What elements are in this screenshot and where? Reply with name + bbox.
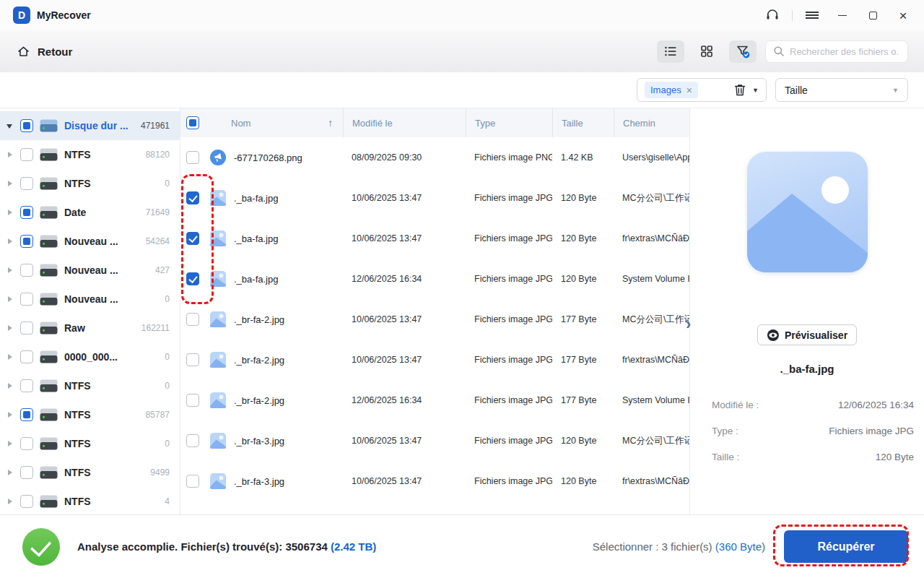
expand-arrow-icon[interactable] <box>6 324 14 332</box>
search-input[interactable] <box>790 46 898 57</box>
drive-tree-item[interactable]: Raw 162211 <box>0 314 180 342</box>
active-filters-box[interactable]: Images × ▼ <box>637 78 767 102</box>
file-type-icon <box>209 473 227 490</box>
recover-button[interactable]: Récupérer <box>784 530 908 563</box>
drive-checkbox[interactable] <box>20 350 33 363</box>
menu-icon[interactable] <box>800 4 824 26</box>
support-headset-icon[interactable] <box>760 4 785 26</box>
expand-arrow-icon[interactable] <box>6 267 14 274</box>
drive-tree-item[interactable]: NTFS 85787 <box>0 400 180 429</box>
drive-checkbox[interactable] <box>20 206 33 219</box>
drive-checkbox[interactable] <box>20 264 33 277</box>
expand-arrow-icon[interactable] <box>6 353 14 361</box>
file-checkbox[interactable] <box>186 313 199 326</box>
column-header-name[interactable]: Nom <box>231 118 250 129</box>
file-row[interactable]: -677170268.png 08/09/2025 09:30 Fichiers… <box>180 137 689 178</box>
file-row[interactable]: ._ba-fa.jpg 12/06/2025 16:34 Fichiers im… <box>180 259 689 299</box>
drive-checkbox[interactable] <box>20 322 33 335</box>
drive-checkbox[interactable] <box>20 466 33 479</box>
grid-view-button[interactable] <box>693 40 720 63</box>
drive-tree-item[interactable]: Nouveau ... 0 <box>0 285 180 314</box>
column-header-size[interactable]: Taille <box>552 108 614 137</box>
drive-label: NTFS <box>64 496 91 507</box>
preview-button[interactable]: Prévisualiser <box>757 324 857 345</box>
expand-arrow-icon[interactable] <box>6 238 14 245</box>
file-checkbox[interactable] <box>186 272 199 285</box>
detail-label: Type : <box>712 426 738 436</box>
file-row[interactable]: ._br-fa-2.jpg 10/06/2025 13:47 Fichiers … <box>180 340 689 380</box>
expand-arrow-icon[interactable] <box>6 498 14 505</box>
drive-checkbox[interactable] <box>20 119 33 132</box>
drive-tree-item[interactable]: NTFS 9499 <box>0 458 180 487</box>
drive-checkbox[interactable] <box>20 148 33 161</box>
file-row[interactable]: ._ba-fa.jpg 10/06/2025 13:47 Fichiers im… <box>180 218 689 259</box>
file-row[interactable]: ._br-fa-3.jpg 10/06/2025 13:47 Fichiers … <box>180 420 689 461</box>
drive-icon <box>39 263 58 277</box>
file-modified: 10/06/2025 13:47 <box>343 314 466 324</box>
file-checkbox[interactable] <box>186 232 199 245</box>
drive-checkbox[interactable] <box>20 379 33 392</box>
back-button[interactable]: Retour <box>16 44 72 59</box>
drive-checkbox[interactable] <box>20 177 33 190</box>
trash-icon[interactable] <box>733 83 746 97</box>
drive-checkbox[interactable] <box>20 235 33 248</box>
file-type: Fichiers image JPG <box>466 355 552 365</box>
drive-tree-item[interactable]: NTFS 0 <box>0 371 180 400</box>
drive-tree-item[interactable]: NTFS 0 <box>0 429 180 458</box>
expand-arrow-icon[interactable] <box>6 411 14 418</box>
file-row[interactable]: ._br-fa-2.jpg 12/06/2025 16:34 Fichiers … <box>180 380 689 420</box>
expand-arrow-icon[interactable] <box>6 151 14 158</box>
drive-checkbox[interactable] <box>20 408 33 421</box>
file-checkbox[interactable] <box>186 151 199 164</box>
filter-chip-images[interactable]: Images × <box>645 82 698 98</box>
minimize-button[interactable] <box>830 4 855 26</box>
file-row[interactable]: ._ba-fa.jpg 10/06/2025 13:47 Fichiers im… <box>180 178 689 218</box>
file-size: 120 Byte <box>552 233 614 243</box>
filter-button[interactable] <box>729 40 757 63</box>
list-view-button[interactable] <box>657 40 684 63</box>
select-all-checkbox[interactable] <box>186 116 199 129</box>
file-row[interactable]: ._br-fa-2.jpg 10/06/2025 13:47 Fichiers … <box>180 299 689 340</box>
column-header-modified[interactable]: Modifié le <box>343 108 466 137</box>
drive-tree-item[interactable]: NTFS 4 <box>0 487 180 514</box>
file-checkbox[interactable] <box>186 394 199 407</box>
drive-tree-item[interactable]: NTFS 88120 <box>0 140 180 169</box>
file-checkbox[interactable] <box>186 475 199 488</box>
drive-tree-item[interactable]: Date 71649 <box>0 198 180 227</box>
file-row[interactable]: ._br-fa-3.jpg 10/06/2025 13:47 Fichiers … <box>180 461 689 501</box>
file-checkbox[interactable] <box>186 353 199 366</box>
file-size: 1.42 KB <box>552 152 614 163</box>
expand-arrow-icon[interactable] <box>6 122 14 129</box>
drive-icon <box>39 147 58 162</box>
file-checkbox[interactable] <box>186 191 199 204</box>
expand-arrow-icon[interactable] <box>6 382 14 389</box>
expand-arrow-icon[interactable] <box>6 469 14 476</box>
maximize-button[interactable] <box>860 4 885 26</box>
drive-tree-item[interactable]: Nouveau ... 427 <box>0 256 180 285</box>
expand-arrow-icon[interactable] <box>6 440 14 447</box>
collapse-panel-chevron-icon[interactable]: › <box>686 316 691 332</box>
file-checkbox[interactable] <box>186 434 199 447</box>
drive-icon <box>39 436 58 451</box>
column-header-path[interactable]: Chemin <box>614 108 689 137</box>
file-type-icon <box>209 311 227 328</box>
remove-filter-icon[interactable]: × <box>687 85 692 96</box>
drive-tree-item[interactable]: 0000_000... 0 <box>0 342 180 371</box>
close-button[interactable]: × <box>891 4 915 26</box>
drive-tree-item[interactable]: Disque dur ... 471961 <box>0 111 180 140</box>
column-header-type[interactable]: Type <box>466 108 552 137</box>
drive-checkbox[interactable] <box>20 293 33 306</box>
expand-arrow-icon[interactable] <box>6 209 14 216</box>
drive-checkbox[interactable] <box>20 495 33 508</box>
expand-arrow-icon[interactable] <box>6 180 14 187</box>
sort-ascending-icon[interactable]: ↑ <box>328 117 333 129</box>
file-path: System Volume In... <box>614 274 689 284</box>
expand-arrow-icon[interactable] <box>6 296 14 303</box>
drive-checkbox[interactable] <box>20 437 33 450</box>
size-filter-select[interactable]: Taille ▼ <box>775 78 908 102</box>
filter-dropdown-caret-icon[interactable]: ▼ <box>752 87 759 94</box>
toolbar: Retour <box>0 30 924 72</box>
search-box[interactable] <box>765 40 908 63</box>
drive-tree-item[interactable]: Nouveau ... 54264 <box>0 227 180 256</box>
drive-tree-item[interactable]: NTFS 0 <box>0 169 180 198</box>
